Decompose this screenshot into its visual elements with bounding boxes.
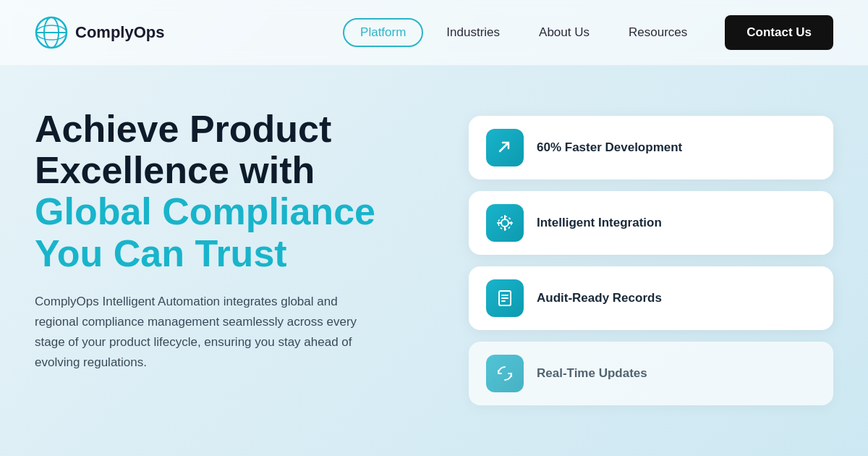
growth-arrow-icon xyxy=(486,129,524,166)
logo-icon xyxy=(35,16,68,49)
feature-label-3: Audit-Ready Records xyxy=(537,291,662,305)
feature-label-2: Intelligent Integration xyxy=(537,216,662,230)
hero-title-plain: Achieve Product Excellence with xyxy=(35,108,331,191)
hero-section: Achieve Product Excellence with Global C… xyxy=(0,65,868,405)
hero-title-highlight: Global Compliance You Can Trust xyxy=(35,190,375,274)
feature-card-1: 60% Faster Development xyxy=(469,116,833,180)
feature-card-4: Real-Time Updates xyxy=(469,342,833,405)
feature-card-2: Intelligent Integration xyxy=(469,191,833,255)
feature-label-4: Real-Time Updates xyxy=(537,366,647,381)
integration-icon xyxy=(486,204,524,242)
nav-resources[interactable]: Resources xyxy=(613,20,703,46)
nav-about[interactable]: About Us xyxy=(523,20,605,46)
nav-industries[interactable]: Industries xyxy=(430,20,516,46)
feature-label-1: 60% Faster Development xyxy=(537,140,682,155)
nav-links: Platform Industries About Us Resources C… xyxy=(343,15,833,50)
navbar: ComplyOps Platform Industries About Us R… xyxy=(0,0,868,65)
updates-icon xyxy=(486,355,524,392)
hero-title: Achieve Product Excellence with Global C… xyxy=(35,109,440,274)
logo-text: ComplyOps xyxy=(75,23,164,42)
svg-point-4 xyxy=(501,219,509,227)
feature-cards: 60% Faster Development Intelligent Integ… xyxy=(469,109,833,405)
audit-icon xyxy=(486,279,524,317)
hero-left: Achieve Product Excellence with Global C… xyxy=(35,109,440,373)
logo[interactable]: ComplyOps xyxy=(35,16,164,49)
nav-platform[interactable]: Platform xyxy=(343,18,423,47)
contact-us-button[interactable]: Contact Us xyxy=(725,15,833,50)
hero-description: ComplyOps Intelligent Automation integra… xyxy=(35,292,382,373)
feature-card-3: Audit-Ready Records xyxy=(469,266,833,330)
